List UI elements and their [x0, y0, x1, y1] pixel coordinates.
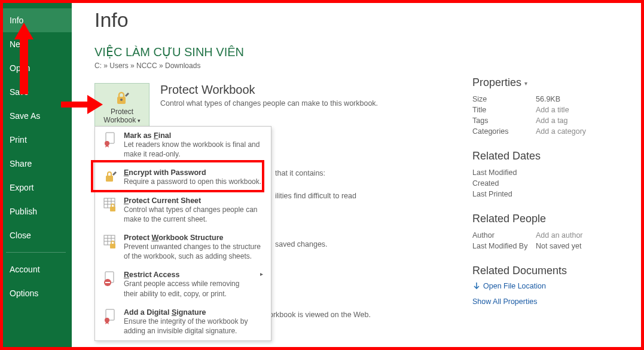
tile-line1: Protect [111, 108, 133, 116]
related-dates-heading: Related Dates [472, 150, 628, 162]
svg-rect-19 [105, 282, 110, 283]
sidebar-item-share[interactable]: Share [0, 152, 72, 176]
prop-label-tags: Tags [472, 116, 536, 125]
sidebar-item-export[interactable]: Export [0, 176, 72, 199]
sidebar-item-save[interactable]: Save [0, 80, 72, 104]
date-last-printed: Last Printed [472, 190, 536, 198]
lock-key-icon [113, 90, 131, 106]
related-documents-heading: Related Documents [472, 265, 628, 277]
protect-workbook-button[interactable]: Protect Workbook ▾ [94, 83, 149, 131]
people-author-label: Author [472, 231, 536, 240]
sidebar-item-account[interactable]: Account [0, 257, 72, 281]
ribbon-icon [102, 131, 118, 148]
sidebar-item-open[interactable]: Open [0, 56, 72, 80]
ribbon-icon [102, 308, 118, 325]
open-file-location-link[interactable]: Open File Location [472, 282, 628, 290]
prop-label-size: Size [472, 95, 536, 103]
svg-point-1 [120, 99, 123, 101]
sidebar-item-close[interactable]: Close [0, 223, 72, 247]
svg-rect-5 [104, 198, 115, 208]
people-lastmod-value: Not saved yet [536, 242, 581, 250]
prop-label-categories: Categories [472, 127, 536, 136]
svg-rect-11 [104, 235, 115, 245]
lock-icon [102, 168, 118, 185]
properties-heading[interactable]: Properties ▾ [472, 76, 628, 89]
backstage-sidebar: Info New Open Save Save As Print Share E… [0, 0, 72, 350]
breadcrumb: C: » Users » NCCC » Downloads [94, 62, 625, 70]
sheet-lock-icon [102, 197, 118, 213]
svg-rect-16 [110, 244, 115, 248]
sidebar-separator [6, 252, 66, 253]
people-author-value[interactable]: Add an author [536, 231, 583, 240]
svg-rect-4 [106, 176, 113, 182]
dd-protect-current-sheet[interactable]: Protect Current Sheet Control what types… [95, 192, 271, 229]
behind-text-unsaved: saved changes. [275, 240, 328, 248]
sidebar-item-info[interactable]: Info [0, 8, 72, 32]
prop-value-categories[interactable]: Add a category [536, 127, 586, 136]
protect-heading: Protect Workbook [160, 83, 429, 97]
date-last-modified: Last Modified [472, 168, 536, 177]
sheet-lock-icon [102, 234, 118, 250]
people-lastmod-label: Last Modified By [472, 242, 536, 250]
no-entry-icon [102, 271, 118, 287]
dd-protect-workbook-structure[interactable]: Protect Workbook Structure Prevent unwan… [95, 229, 271, 266]
date-created: Created [472, 179, 536, 188]
sidebar-item-print[interactable]: Print [0, 128, 72, 152]
sidebar-item-save-as[interactable]: Save As [0, 104, 72, 128]
behind-text-contains: that it contains: [275, 169, 325, 177]
prop-label-title: Title [472, 106, 536, 114]
show-all-properties-link[interactable]: Show All Properties [472, 297, 628, 306]
arrow-down-icon [472, 282, 481, 290]
sidebar-item-new[interactable]: New [0, 32, 72, 56]
svg-point-3 [105, 141, 109, 146]
prop-value-title[interactable]: Add a title [536, 106, 569, 114]
behind-text-difficulties: ilities find difficult to read [275, 192, 356, 200]
prop-value-size: 56.9KB [536, 95, 560, 103]
protect-desc: Control what types of changes people can… [160, 99, 429, 108]
behind-text-web: orkbook is viewed on the Web. [269, 311, 371, 319]
prop-value-tags[interactable]: Add a tag [536, 116, 568, 125]
svg-point-21 [105, 318, 109, 323]
sidebar-item-publish[interactable]: Publish [0, 199, 72, 223]
svg-rect-10 [110, 207, 115, 211]
dd-restrict-access[interactable]: Restrict Access Grant people access whil… [95, 266, 271, 303]
page-title: Info [94, 8, 625, 32]
protect-workbook-dropdown: Mark as Final Let readers know the workb… [94, 126, 271, 341]
dd-encrypt-with-password[interactable]: Encrypt with Password Require a password… [95, 164, 271, 191]
tile-line2: Workbook [103, 116, 136, 124]
document-title: VIỆC LÀM CỰU SINH VIÊN [94, 45, 625, 59]
dd-mark-as-final[interactable]: Mark as Final Let readers know the workb… [95, 127, 271, 164]
sidebar-item-options[interactable]: Options [0, 281, 72, 305]
related-people-heading: Related People [472, 213, 628, 225]
submenu-arrow-icon: ▸ [260, 271, 265, 277]
dd-add-digital-signature[interactable]: Add a Digital Signature Ensure the integ… [95, 303, 271, 340]
